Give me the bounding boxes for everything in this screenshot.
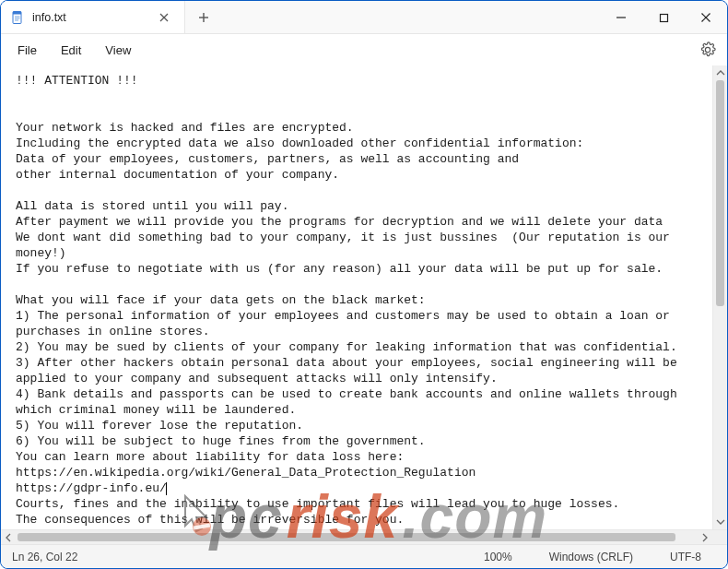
settings-button[interactable] (694, 36, 722, 64)
editor-area: !!! ATTENTION !!! Your network is hacked… (1, 65, 727, 529)
menu-edit[interactable]: Edit (50, 40, 92, 61)
minimize-button[interactable] (600, 1, 642, 34)
chevron-down-icon (716, 517, 725, 527)
window-controls (600, 1, 727, 33)
status-zoom[interactable]: 100% (465, 551, 531, 563)
new-tab-button[interactable] (185, 1, 222, 33)
menu-view[interactable]: View (94, 40, 142, 61)
scroll-down-button[interactable] (713, 515, 727, 529)
status-cursor-position: Ln 26, Col 22 (8, 551, 96, 563)
plus-icon (198, 12, 209, 23)
maximize-button[interactable] (642, 1, 685, 34)
horizontal-scrollbar-row (1, 529, 727, 544)
vertical-scrollbar[interactable] (712, 65, 727, 529)
tab-info-txt[interactable]: info.txt (1, 1, 185, 33)
minimize-icon (616, 12, 627, 23)
chevron-up-icon (716, 68, 725, 77)
tab-close-button[interactable] (157, 10, 171, 25)
gear-icon (699, 41, 716, 58)
close-icon (700, 12, 711, 23)
scroll-up-button[interactable] (713, 65, 727, 80)
horizontal-scrollbar[interactable] (1, 530, 712, 544)
scroll-left-button[interactable] (1, 530, 16, 545)
titlebar-drag-area[interactable] (222, 1, 600, 33)
notepad-page-icon (10, 10, 25, 25)
menu-file[interactable]: File (6, 40, 48, 61)
status-encoding: UTF-8 (652, 551, 720, 563)
titlebar: info.txt (1, 1, 727, 34)
close-icon (159, 13, 169, 22)
notepad-window: info.txt (0, 0, 728, 569)
status-line-ending: Windows (CRLF) (531, 551, 652, 563)
chevron-right-icon (700, 533, 710, 542)
scrollbar-corner (712, 530, 727, 545)
scroll-thumb-horizontal[interactable] (18, 533, 675, 541)
chevron-left-icon (4, 533, 13, 542)
scroll-track[interactable] (713, 80, 727, 515)
menubar: File Edit View (1, 34, 727, 65)
statusbar: Ln 26, Col 22 100% Windows (CRLF) UTF-8 (1, 544, 727, 568)
tab-strip: info.txt (1, 1, 222, 33)
scroll-right-button[interactable] (698, 530, 712, 545)
text-editor[interactable]: !!! ATTENTION !!! Your network is hacked… (1, 65, 712, 529)
maximize-icon (659, 13, 669, 23)
svg-rect-1 (13, 11, 21, 14)
svg-rect-10 (660, 14, 667, 21)
scroll-thumb[interactable] (716, 80, 724, 306)
tab-title: info.txt (32, 11, 149, 24)
close-window-button[interactable] (685, 1, 727, 34)
